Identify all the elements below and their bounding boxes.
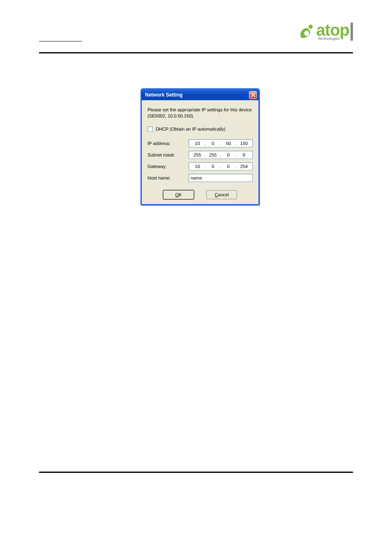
gateway-octet-3[interactable]: 0 xyxy=(221,164,235,169)
window-title: Network Setting xyxy=(145,92,182,98)
subnet-mask-row: Subnet mask: 255 . 255 . 0 . 0 xyxy=(148,151,253,159)
ip-octet-2[interactable]: 0 xyxy=(206,141,220,146)
button-row: OK Cancel xyxy=(148,190,253,199)
ip-address-input[interactable]: 10 . 0 . 50 . 150 xyxy=(189,139,253,147)
ip-address-row: IP address: 10 . 0 . 50 . 150 xyxy=(148,139,253,147)
dhcp-label: DHCP (Obtain an IP automatically) xyxy=(156,127,226,131)
subnet-octet-4[interactable]: 0 xyxy=(237,152,251,157)
logo-text: atop Technologies xyxy=(316,23,349,41)
instruction-text: Please set the appropriate IP settings f… xyxy=(148,107,253,119)
cancel-button[interactable]: Cancel xyxy=(206,190,237,199)
dhcp-row: DHCP (Obtain an IP automatically) xyxy=(148,127,253,132)
logo-bar xyxy=(350,23,353,41)
ok-label-rest: K xyxy=(179,192,182,197)
hostname-value: name xyxy=(191,175,202,180)
gateway-label: Gateway: xyxy=(148,164,189,169)
logo-brand: atop xyxy=(316,23,349,37)
subnet-mask-input[interactable]: 255 . 255 . 0 . 0 xyxy=(189,151,253,159)
close-icon xyxy=(251,93,255,97)
cancel-label-rest: ancel xyxy=(218,192,228,197)
dialog-body: Please set the appropriate IP settings f… xyxy=(142,100,258,204)
gateway-octet-2[interactable]: 0 xyxy=(206,164,220,169)
subnet-octet-3[interactable]: 0 xyxy=(221,152,235,157)
dhcp-checkbox[interactable] xyxy=(148,127,153,132)
ip-octet-4[interactable]: 150 xyxy=(237,141,251,146)
gateway-octet-4[interactable]: 254 xyxy=(237,164,251,169)
subnet-octet-2[interactable]: 255 xyxy=(206,152,220,157)
logo-tagline: Technologies xyxy=(318,37,340,41)
close-button[interactable] xyxy=(249,91,257,99)
titlebar[interactable]: Network Setting xyxy=(142,90,258,100)
dialog-window: Network Setting Please set the appropria… xyxy=(141,88,260,205)
subnet-octet-1[interactable]: 255 xyxy=(190,152,205,157)
ip-octet-1[interactable]: 10 xyxy=(190,141,205,146)
ip-address-label: IP address: xyxy=(148,141,189,146)
subnet-mask-label: Subnet mask: xyxy=(148,152,189,157)
svg-point-0 xyxy=(309,25,313,29)
gateway-input[interactable]: 10 . 0 . 0 . 254 xyxy=(189,162,253,170)
hostname-row: Host name: name xyxy=(148,174,253,182)
logo-icon xyxy=(297,23,316,41)
ok-button[interactable]: OK xyxy=(163,190,194,199)
footer-divider xyxy=(39,472,353,473)
form-area: IP address: 10 . 0 . 50 . 150 Subnet mas… xyxy=(148,139,253,185)
ip-octet-3[interactable]: 50 xyxy=(221,141,235,146)
header-underline xyxy=(39,41,82,41)
logo: atop Technologies xyxy=(297,23,353,41)
gateway-row: Gateway: 10 . 0 . 0 . 254 xyxy=(148,162,253,170)
gateway-octet-1[interactable]: 10 xyxy=(190,164,205,169)
hostname-label: Host name: xyxy=(148,175,189,180)
hostname-input[interactable]: name xyxy=(189,174,253,182)
